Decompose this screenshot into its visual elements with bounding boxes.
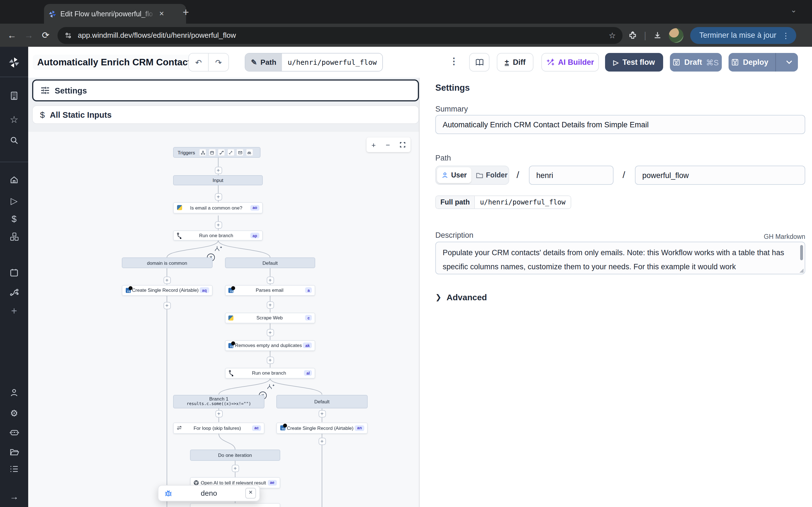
add-step-button[interactable]: + [266,356,274,363]
path-chip[interactable]: ✎Path u/henri/powerful_flow [245,53,383,71]
owner-input[interactable] [529,166,613,185]
windmill-logo-icon[interactable] [0,57,28,68]
flow-branch-domain-is-common[interactable]: domain is common [122,258,212,269]
undo-button[interactable]: ↶ [188,53,209,71]
sidebar-item-folders[interactable] [0,448,28,456]
add-step-button[interactable]: + [232,464,239,472]
sidebar-item-home[interactable] [0,175,28,184]
flow-node-for-loop[interactable]: For loop (skip failures) ac [173,422,264,434]
reload-icon[interactable]: ⟳ [37,30,54,41]
deno-language-popup[interactable]: deno ✕ [158,485,260,501]
sidebar-item-favorites[interactable]: ☆ [0,114,28,126]
back-icon[interactable]: ← [3,30,20,40]
flow-node-parses-email[interactable]: TS Parses email a [225,285,315,296]
flow-node-create-record-1[interactable]: TS Create Single Record (Airtable) aq [122,285,212,296]
sidebar-item-resources[interactable] [0,232,28,242]
flow-node-do-one-iteration[interactable]: Do one iteration [190,450,280,461]
url-text[interactable]: app.windmill.dev/flows/edit/u/henri/powe… [78,31,603,40]
add-step-button[interactable]: + [266,301,274,308]
flow-branch-1[interactable]: Branch 1results.c.some((x)=>x!="") [173,395,264,408]
more-options-icon[interactable]: ⋮ [449,56,458,66]
deploy-chevron-icon[interactable] [780,60,798,64]
browser-tab[interactable]: Edit Flow u/henri/powerful_flo ✕ [44,4,186,24]
email-trigger-icon[interactable] [237,149,244,156]
sidebar-item-account[interactable] [0,388,28,397]
schedule-trigger-icon[interactable] [209,149,216,156]
flow-node-scrape-web[interactable]: Scrape Web c [225,313,315,323]
flow-branch-default-2[interactable]: Default [276,395,367,408]
add-step-button[interactable]: + [215,410,222,417]
add-step-button[interactable]: + [318,438,326,445]
add-step-button[interactable]: + [214,166,222,174]
flow-node-run-one-branch-1[interactable]: Run one branch ap [173,230,263,240]
flow-node-is-email[interactable]: Is email a common one? ao [173,202,263,213]
sidebar-collapse-arrow-icon[interactable]: → [0,492,28,502]
draft-button[interactable]: Draft ⌘S [670,53,722,71]
triggers-bar[interactable]: Triggers [173,147,260,158]
extensions-icon[interactable] [628,31,637,40]
flow-name-input[interactable] [635,166,805,185]
new-tab-button[interactable]: + [183,7,189,17]
flow-node-create-record-2[interactable]: TS Create Single Record (Airtable) an [276,422,367,434]
gh-markdown-label: GH Markdown [764,233,805,240]
fullscreen-icon[interactable] [400,142,405,148]
deploy-button[interactable]: Deploy [728,53,798,71]
tab-search-chevron-icon[interactable]: ⌄ [791,6,797,14]
description-textarea[interactable]: Populate your CRM contacts' details from… [435,242,805,274]
flow-node-input[interactable]: Input [173,175,263,185]
flow-node-removes-empty[interactable]: TS Removes empty and duplicates ak [225,340,315,351]
add-step-button[interactable]: + [214,221,222,228]
sidebar-item-workers[interactable] [0,428,28,437]
diff-button[interactable]: ± Diff [497,53,534,71]
sidebar-item-settings-gear[interactable]: ⚙ [0,408,28,418]
textarea-scrollbar[interactable] [800,245,803,260]
sidebar-item-variables[interactable]: $ [0,214,28,224]
flow-node-run-one-branch-2[interactable]: Run one branch al [225,368,315,379]
add-step-button[interactable]: + [214,193,222,200]
flow-node-partial[interactable] [190,503,280,507]
close-icon[interactable]: ✕ [245,488,256,499]
branch-icon [228,370,234,376]
download-icon[interactable] [653,31,662,40]
sidebar-item-add[interactable]: + [0,305,28,317]
flow-title[interactable]: Automatically Enrich CRM Contact✎ [33,55,205,70]
zoom-in-icon[interactable]: + [371,141,376,149]
webhook-trigger-icon[interactable] [199,149,207,156]
search-icon[interactable] [0,136,28,145]
advanced-section-toggle[interactable]: ❯ Advanced [435,292,487,302]
summary-input[interactable] [435,115,805,134]
user-toggle[interactable]: User [437,167,471,183]
finish-update-button[interactable]: Terminer la mise à jour ⋮ [690,27,796,44]
zoom-out-icon[interactable]: − [386,141,390,149]
add-step-button[interactable]: + [266,276,274,284]
sidebar-item-flows[interactable] [0,288,28,297]
browser-menu-icon[interactable]: ⋮ [782,31,790,40]
description-label: Description [435,231,473,239]
branch-split-icon[interactable] [267,384,274,390]
bookmark-star-icon[interactable]: ☆ [609,31,616,40]
sidebar-item-schedules[interactable] [0,268,28,277]
address-bar[interactable]: app.windmill.dev/flows/edit/u/henri/powe… [57,27,622,44]
ai-builder-button[interactable]: AI Builder [541,53,599,71]
site-settings-icon[interactable] [64,31,72,39]
sidebar-item-logs[interactable] [0,465,28,473]
scan-trigger-icon[interactable] [246,149,253,156]
add-step-button[interactable]: + [266,329,274,336]
sidebar-item-workspace[interactable] [0,91,28,100]
flow-branch-default-1[interactable]: Default [225,258,315,269]
flow-editor-panel: Settings $ All Static Inputs + − [28,78,419,507]
add-step-button[interactable]: + [163,276,170,284]
avatar[interactable] [669,28,683,43]
sidebar-item-runs[interactable]: ▷ [0,195,28,206]
redo-button[interactable]: ↷ [209,53,229,71]
route-trigger-icon[interactable] [218,149,225,156]
resize-grip[interactable] [800,269,804,273]
folder-toggle[interactable]: Folder [471,167,512,183]
docs-button[interactable] [469,53,490,71]
test-flow-button[interactable]: ▷ Test flow [605,53,663,71]
branch-split-icon[interactable] [214,246,222,252]
add-step-button[interactable]: + [318,410,326,417]
close-tab-icon[interactable]: ✕ [159,10,164,17]
websocket-trigger-icon[interactable] [227,149,235,156]
add-step-button[interactable]: + [163,302,170,309]
